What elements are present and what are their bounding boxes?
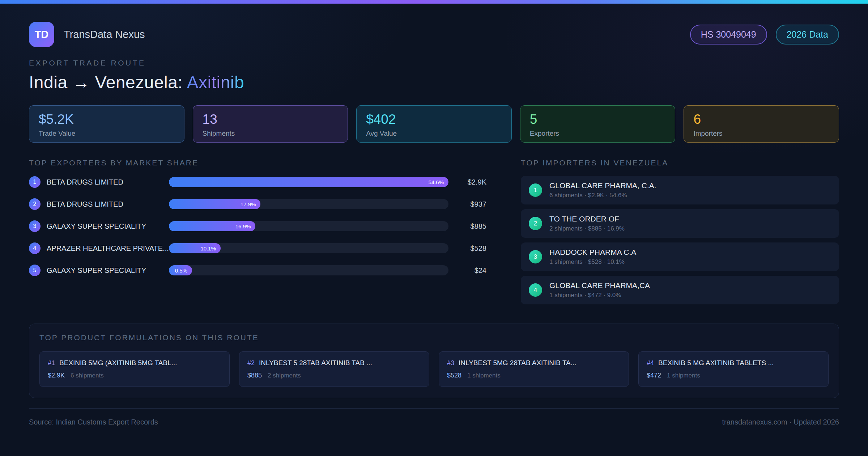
- footer-site: transdatanexus.com · Updated 2026: [722, 418, 839, 426]
- importer-info: TO THE ORDER OF 2 shipments · $885 · 16.…: [549, 215, 625, 232]
- importer-name: TO THE ORDER OF: [549, 215, 625, 223]
- importer-info: GLOBAL CARE PHARMA,CA 1 shipments · $472…: [549, 281, 650, 299]
- importers-list: 1 GLOBAL CARE PHARMA, C.A. 6 shipments ·…: [521, 176, 839, 304]
- stat-label: Importers: [693, 130, 829, 138]
- importers-heading: TOP IMPORTERS IN VENEZUELA: [521, 159, 839, 167]
- exporter-value: $24: [448, 266, 486, 275]
- importer-detail: 1 shipments · $472 · 9.0%: [549, 292, 650, 299]
- year-badge: 2026 Data: [776, 25, 839, 45]
- header-badges: HS 30049049 2026 Data: [690, 25, 839, 45]
- importer-item[interactable]: 2 TO THE ORDER OF 2 shipments · $885 · 1…: [521, 209, 839, 238]
- share-bar-fill: 16.9%: [169, 221, 255, 231]
- exporter-value: $528: [448, 244, 486, 253]
- share-bar-fill: 54.6%: [169, 177, 448, 187]
- stat-card: 13 Shipments: [193, 105, 348, 143]
- exporter-name[interactable]: GALAXY SUPER SPECIALITY: [47, 222, 169, 231]
- stat-card: $5.2K Trade Value: [29, 105, 184, 143]
- importer-name: GLOBAL CARE PHARMA, C.A.: [549, 181, 656, 190]
- importer-item[interactable]: 4 GLOBAL CARE PHARMA,CA 1 shipments · $4…: [521, 276, 839, 304]
- stats-row: $5.2K Trade Value 13 Shipments $402 Avg …: [29, 105, 839, 143]
- product-name: BEXINIB 5MG (AXITINIB 5MG TABL...: [59, 359, 177, 367]
- product-card[interactable]: #3 INLYBEST 5MG 28TAB AXITINIB TA... $52…: [439, 351, 629, 387]
- exporter-rank-badge: 2: [29, 198, 41, 210]
- exporter-value: $2.9K: [448, 178, 486, 186]
- stat-label: Shipments: [203, 130, 339, 138]
- product-meta-line: $528 1 shipments: [447, 372, 621, 379]
- product-title-line: #1 BEXINIB 5MG (AXITINIB 5MG TABL...: [48, 359, 221, 367]
- share-percent-label: 10.1%: [200, 245, 216, 252]
- share-bar-track: 16.9%: [169, 221, 448, 231]
- exporter-row: 5 GALAXY SUPER SPECIALITY 0.5% $24: [29, 265, 486, 276]
- share-bar-track: 17.9%: [169, 199, 448, 209]
- page-title: India → Venezuela: Axitinib: [29, 72, 839, 92]
- share-bar-fill: 0.5%: [169, 265, 192, 275]
- stat-label: Avg Value: [366, 130, 502, 138]
- exporter-rank-badge: 3: [29, 220, 41, 232]
- stat-card: 6 Importers: [684, 105, 839, 143]
- exporters-chart: 1 BETA DRUGS LIMITED 54.6% $2.9K 2 BETA …: [29, 177, 486, 276]
- hs-code-badge: HS 30049049: [690, 25, 767, 45]
- product-shipments: 1 shipments: [467, 372, 501, 379]
- product-title-line: #2 INLYBEST 5 28TAB AXITINIB TAB ...: [247, 359, 421, 367]
- importers-section: TOP IMPORTERS IN VENEZUELA 1 GLOBAL CARE…: [521, 159, 839, 309]
- product-name: INLYBEST 5 28TAB AXITINIB TAB ...: [259, 359, 372, 367]
- product-shipments: 2 shipments: [268, 372, 301, 379]
- brand: TD TransData Nexus: [29, 22, 145, 47]
- stat-card: 5 Exporters: [520, 105, 676, 143]
- product-name: INLYBEST 5MG 28TAB AXITINIB TA...: [459, 359, 576, 367]
- exporter-name[interactable]: BETA DRUGS LIMITED: [47, 178, 169, 186]
- product-value: $885: [247, 372, 262, 379]
- stat-value: $402: [366, 112, 502, 127]
- route-type-label: EXPORT TRADE ROUTE: [29, 59, 839, 67]
- exporter-value: $885: [448, 222, 486, 231]
- stat-card: $402 Avg Value: [356, 105, 512, 143]
- share-percent-label: 0.5%: [175, 267, 187, 274]
- products-list: #1 BEXINIB 5MG (AXITINIB 5MG TABL... $2.…: [39, 351, 829, 387]
- product-card[interactable]: #2 INLYBEST 5 28TAB AXITINIB TAB ... $88…: [239, 351, 429, 387]
- share-percent-label: 17.9%: [241, 201, 256, 207]
- product-title-line: #4 BEXINIB 5 MG AXITINIB TABLETS ...: [647, 359, 820, 367]
- share-bar-track: 10.1%: [169, 243, 448, 253]
- exporter-name[interactable]: BETA DRUGS LIMITED: [47, 200, 169, 208]
- share-percent-label: 16.9%: [235, 223, 251, 229]
- exporter-name[interactable]: GALAXY SUPER SPECIALITY: [47, 266, 169, 275]
- product-rank: #4: [647, 359, 654, 367]
- importer-detail: 2 shipments · $885 · 16.9%: [549, 225, 625, 232]
- share-percent-label: 54.6%: [428, 179, 444, 185]
- product-title-line: #3 INLYBEST 5MG 28TAB AXITINIB TA...: [447, 359, 621, 367]
- app-logo: TD: [29, 22, 54, 47]
- exporter-name[interactable]: APRAZER HEALTHCARE PRIVATE...: [47, 244, 169, 253]
- product-name: BEXINIB 5 MG AXITINIB TABLETS ...: [658, 359, 774, 367]
- top-accent-bar: [0, 0, 868, 4]
- share-bar-track: 54.6%: [169, 177, 448, 187]
- products-heading: TOP PRODUCT FORMULATIONS ON THIS ROUTE: [39, 333, 829, 342]
- exporter-value: $937: [448, 200, 486, 208]
- stat-value: $5.2K: [39, 112, 175, 127]
- share-bar-fill: 10.1%: [169, 243, 221, 253]
- exporter-rank-badge: 5: [29, 265, 41, 276]
- product-rank: #2: [247, 359, 255, 367]
- exporters-heading: TOP EXPORTERS BY MARKET SHARE: [29, 159, 486, 167]
- product-shipments: 1 shipments: [667, 372, 700, 379]
- share-bar-track: 0.5%: [169, 265, 448, 275]
- product-rank: #1: [48, 359, 55, 367]
- importer-name: HADDOCK PHARMA C.A: [549, 248, 636, 257]
- exporter-row: 4 APRAZER HEALTHCARE PRIVATE... 10.1% $5…: [29, 243, 486, 254]
- importer-item[interactable]: 3 HADDOCK PHARMA C.A 1 shipments · $528 …: [521, 242, 839, 271]
- page-footer: Source: Indian Customs Export Records tr…: [29, 408, 839, 426]
- importer-rank-badge: 1: [529, 183, 542, 197]
- product-card[interactable]: #4 BEXINIB 5 MG AXITINIB TABLETS ... $47…: [638, 351, 829, 387]
- stat-value: 5: [530, 112, 666, 127]
- product-card[interactable]: #1 BEXINIB 5MG (AXITINIB 5MG TABL... $2.…: [39, 351, 230, 387]
- share-bar-fill: 17.9%: [169, 199, 260, 209]
- product-value: $472: [647, 372, 661, 379]
- product-meta-line: $885 2 shipments: [247, 372, 421, 379]
- importer-info: GLOBAL CARE PHARMA, C.A. 6 shipments · $…: [549, 181, 656, 199]
- exporter-row: 1 BETA DRUGS LIMITED 54.6% $2.9K: [29, 177, 486, 187]
- importer-info: HADDOCK PHARMA C.A 1 shipments · $528 · …: [549, 248, 636, 266]
- product-rank: #3: [447, 359, 454, 367]
- title-main: India → Venezuela:: [29, 73, 187, 92]
- exporters-section: TOP EXPORTERS BY MARKET SHARE 1 BETA DRU…: [29, 159, 486, 287]
- product-meta-line: $472 1 shipments: [647, 372, 820, 379]
- importer-item[interactable]: 1 GLOBAL CARE PHARMA, C.A. 6 shipments ·…: [521, 176, 839, 204]
